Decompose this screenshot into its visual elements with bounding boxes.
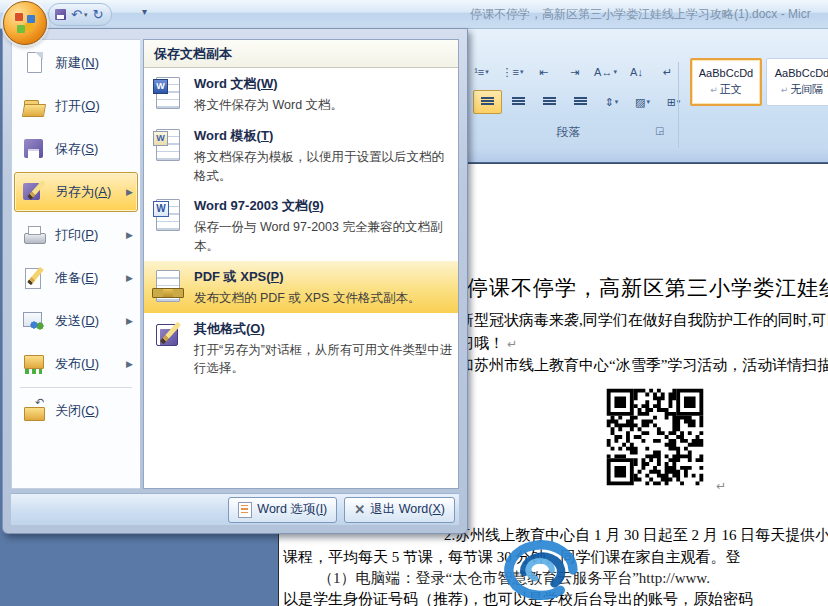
style-无间隔[interactable]: AaBbCcDd↵无间隔 <box>766 58 828 106</box>
option-description: 保存一份与 Word 97-2003 完全兼容的文档副本。 <box>194 218 456 256</box>
line-spacing-icon[interactable]: ⇕▾ <box>597 90 626 114</box>
save-as-option-T[interactable]: Word 模板(T)将文档保存为模板，以便用于设置以后文档的格式。 <box>144 120 458 191</box>
paragraph-group-label: 段落 <box>459 124 678 141</box>
menu-item-label: 发布(U) <box>55 355 118 373</box>
save-icon[interactable] <box>55 9 66 20</box>
menu-item-label: 准备(E) <box>55 269 118 287</box>
dropdown-arrow-icon: ▾ <box>520 68 524 76</box>
redo-icon[interactable]: ↻ <box>92 8 103 21</box>
styles-gallery: AaBbCcDd↵正文AaBbCcDd↵无间隔 <box>690 58 828 106</box>
align-right-icon <box>543 97 556 107</box>
office-menu-footer: Word 选项(I) ✕ 退出 Word(X) <box>11 493 459 525</box>
paragraph-group-row1: ¹≡▾⋮≡▾⇤⇥A↔▾A↓↵ <box>467 60 682 84</box>
submenu-arrow-icon: ▶ <box>126 316 133 326</box>
increase-indent-icon[interactable]: ⇥ <box>560 60 589 84</box>
send-icon <box>21 309 47 333</box>
menu-item-S[interactable]: 保存(S) <box>14 129 138 169</box>
exit-word-button[interactable]: ✕ 退出 Word(X) <box>344 497 455 523</box>
align-center-icon <box>512 97 525 107</box>
menu-item-label: 另存为(A) <box>55 183 118 201</box>
undo-icon[interactable]: ↶ <box>71 8 82 21</box>
menu-item-C[interactable]: 关闭(C) <box>14 391 138 431</box>
asian-layout-icon[interactable]: A↔▾ <box>591 60 620 84</box>
pilcrow-mark: ↵ <box>716 479 726 493</box>
dropdown-arrow-icon: ▾ <box>485 68 489 76</box>
menu-item-label: 打开(O) <box>55 97 133 115</box>
save-as-option-O[interactable]: 其他格式(O)打开“另存为”对话框，从所有可用文件类型中进行选择。 <box>144 313 458 384</box>
menu-item-E[interactable]: 准备(E)▶ <box>14 258 138 298</box>
submenu-arrow-icon: ▶ <box>126 187 133 197</box>
sort-icon[interactable]: A↓ <box>622 60 651 84</box>
submenu-arrow-icon: ▶ <box>126 230 133 240</box>
save-copy-panel-header: 保存文档副本 <box>144 40 458 68</box>
word-document-icon <box>152 75 184 111</box>
document-heading: 停课不停学，高新区第三小学娄江娃线上学 <box>467 274 828 302</box>
ribbon-bottom-band <box>459 148 828 163</box>
paragraph-group-row2: ⇕▾▨▾⊞▾ <box>473 90 688 114</box>
pilcrow-mark: ↵ <box>781 85 789 95</box>
office-menu-left-column: 新建(N)打开(O)保存(S)另存为(A)▶打印(P)▶准备(E)▶发送(D)▶… <box>11 39 140 489</box>
borders-icon[interactable]: ⊞▾ <box>659 90 688 114</box>
undo-dropdown-icon[interactable]: ▾ <box>84 11 88 19</box>
save-copy-panel: 保存文档副本 Word 文档(W)将文件保存为 Word 文档。Word 模板(… <box>143 39 459 489</box>
option-title: Word 模板(T) <box>194 127 450 145</box>
new-document-icon <box>21 51 47 75</box>
option-description: 将文档保存为模板，以便用于设置以后文档的格式。 <box>194 148 456 186</box>
align-center-icon[interactable] <box>504 90 533 114</box>
close-x-icon: ✕ <box>354 503 365 516</box>
style-正文[interactable]: AaBbCcDd↵正文 <box>690 58 762 106</box>
save-as-icon <box>21 180 47 204</box>
save-as-option-9[interactable]: Word 97-2003 文档(9)保存一份与 Word 97-2003 完全兼… <box>144 190 458 261</box>
save-as-option-W[interactable]: Word 文档(W)将文件保存为 Word 文档。 <box>144 68 458 120</box>
option-description: 发布文档的 PDF 或 XPS 文件格式副本。 <box>194 289 456 308</box>
office-logo-icon <box>15 13 35 33</box>
pdf-xps-icon <box>152 268 184 304</box>
word-options-icon <box>238 502 252 518</box>
option-description: 将文件保存为 Word 文档。 <box>194 96 456 115</box>
window-title: 停课不停学，高新区第三小学娄江娃线上学习攻略(1).docx - Micr <box>470 6 828 23</box>
save-as-option-P[interactable]: PDF 或 XPS(P)发布文档的 PDF 或 XPS 文件格式副本。 <box>144 261 458 313</box>
align-right-icon[interactable] <box>535 90 564 114</box>
option-title: PDF 或 XPS(P) <box>194 268 450 286</box>
submenu-arrow-icon: ▶ <box>126 273 133 283</box>
multilevel-list-icon[interactable]: ⋮≡▾ <box>498 60 527 84</box>
dropdown-arrow-icon: ▾ <box>646 98 650 106</box>
menu-item-D[interactable]: 发送(D)▶ <box>14 301 138 341</box>
distribute-icon[interactable] <box>566 90 595 114</box>
menu-separator <box>20 387 132 388</box>
print-icon <box>21 223 47 247</box>
menu-item-label: 保存(S) <box>55 140 133 158</box>
prepare-icon <box>21 266 47 290</box>
ribbon-group-separator <box>678 62 679 148</box>
pilcrow-mark: ↵ <box>710 85 718 95</box>
save-icon <box>21 137 47 161</box>
numbering-icon[interactable]: ¹≡▾ <box>467 60 496 84</box>
dropdown-arrow-icon: ▾ <box>613 68 617 76</box>
customize-quick-access-icon[interactable]: ▾ <box>142 6 147 17</box>
dropdown-arrow-icon: ▾ <box>615 98 619 106</box>
align-left-icon[interactable] <box>473 90 502 114</box>
paragraph-dialog-launcher-icon[interactable]: ◲ <box>655 125 664 136</box>
menu-item-label: 新建(N) <box>55 54 133 72</box>
menu-item-O[interactable]: 打开(O) <box>14 86 138 126</box>
menu-item-N[interactable]: 新建(N) <box>14 43 138 83</box>
close-folder-icon <box>21 399 47 423</box>
menu-item-A[interactable]: 另存为(A)▶ <box>14 172 138 212</box>
office-button[interactable] <box>3 1 47 45</box>
document-line: 新型冠状病毒来袭,同学们在做好自我防护工作的同时,可以 <box>459 311 828 330</box>
menu-item-P[interactable]: 打印(P)▶ <box>14 215 138 255</box>
publish-icon <box>21 352 47 376</box>
word-options-button[interactable]: Word 选项(I) <box>228 497 337 523</box>
style-sample: AaBbCcDd <box>775 67 828 79</box>
menu-item-U[interactable]: 发布(U)▶ <box>14 344 138 384</box>
style-name: ↵正文 <box>710 82 742 97</box>
align-left-icon <box>481 97 494 107</box>
ribbon: ¹≡▾⋮≡▾⇤⇥A↔▾A↓↵ ⇕▾▨▾⊞▾ 段落 ◲ AaBbCcDd↵正文Aa… <box>459 28 828 163</box>
open-folder-icon <box>21 94 47 118</box>
submenu-arrow-icon: ▶ <box>126 359 133 369</box>
document-line: 加苏州市线上教育中心“冰雪季”学习活动，活动详情扫描二 <box>459 356 828 375</box>
shading-icon[interactable]: ▨▾ <box>628 90 657 114</box>
other-formats-icon <box>152 320 184 356</box>
decrease-indent-icon[interactable]: ⇤ <box>529 60 558 84</box>
menu-item-label: 关闭(C) <box>55 402 133 420</box>
